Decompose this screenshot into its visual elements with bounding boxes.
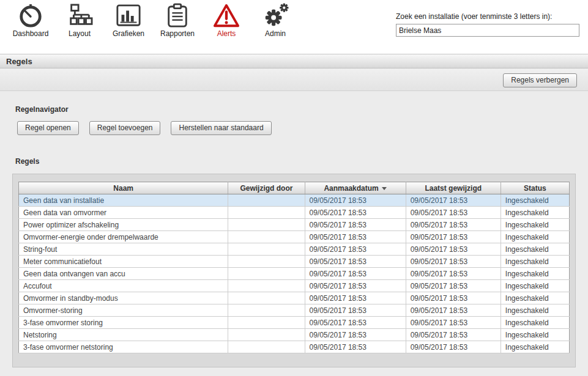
table-cell: Geen data van omvormer	[19, 207, 228, 219]
table-cell: Ingeschakeld	[501, 194, 569, 207]
column-header-laatst-gewijzigd[interactable]: Laatst gewijzigd	[406, 182, 501, 194]
column-header-gewijzigd-door[interactable]: Gewijzigd door	[228, 182, 305, 194]
table-cell: 09/05/2017 18:53	[305, 219, 406, 231]
table-cell: 09/05/2017 18:53	[406, 231, 501, 243]
table-cell: Geen data ontvangen van accu	[19, 268, 228, 280]
table-cell: 09/05/2017 18:53	[305, 243, 406, 256]
table-cell: Geen data van installatie	[19, 194, 228, 207]
panel-title: Regels	[0, 54, 588, 68]
hide-rules-button[interactable]: Regels verbergen	[503, 73, 577, 87]
column-header-naam[interactable]: Naam	[19, 182, 228, 194]
nav-item-grafieken[interactable]: Grafieken	[104, 3, 153, 38]
table-row[interactable]: Power optimizer afschakeling09/05/2017 1…	[19, 219, 570, 231]
table-cell: Ingeschakeld	[501, 341, 569, 353]
nav-item-admin[interactable]: Admin	[251, 3, 300, 38]
nav-item-rapporten[interactable]: Rapporten	[153, 3, 202, 38]
table-cell: Meter communicatiefout	[19, 256, 228, 268]
nav-label-rapporten: Rapporten	[153, 29, 202, 38]
search-label: Zoek een installatie (voer tenminste 3 l…	[396, 12, 579, 21]
rules-panel: Regels Regels verbergen Regelnavigator R…	[0, 54, 588, 376]
table-cell: Ingeschakeld	[501, 207, 569, 219]
table-header-row: Naam Gewijzigd door Aanmaakdatum Laatst …	[19, 182, 570, 194]
table-cell: 09/05/2017 18:53	[406, 329, 501, 341]
clipboard-icon	[153, 3, 202, 29]
table-cell: Ingeschakeld	[501, 304, 569, 317]
open-rule-button[interactable]: Regel openen	[17, 121, 79, 135]
table-cell: 09/05/2017 18:53	[406, 219, 501, 231]
bar-chart-icon	[104, 3, 153, 29]
table-cell	[228, 268, 305, 280]
table-cell: 09/05/2017 18:53	[406, 280, 501, 292]
table-row[interactable]: Omvormer-energie onder drempelwaarde09/0…	[19, 231, 570, 243]
table-row[interactable]: 3-fase omvormer netstoring09/05/2017 18:…	[19, 341, 570, 353]
table-cell	[228, 292, 305, 304]
gear-icon	[251, 3, 300, 29]
table-cell: 09/05/2017 18:53	[305, 329, 406, 341]
table-cell: 09/05/2017 18:53	[406, 304, 501, 317]
table-cell: Netstoring	[19, 329, 228, 341]
table-cell: 09/05/2017 18:53	[406, 292, 501, 304]
search-input[interactable]	[396, 24, 579, 37]
table-cell: Omvormer-energie onder drempelwaarde	[19, 231, 228, 243]
table-cell: 09/05/2017 18:53	[305, 292, 406, 304]
table-cell: Accufout	[19, 280, 228, 292]
table-row[interactable]: 3-fase omvormer storing09/05/2017 18:530…	[19, 317, 570, 329]
table-cell: Ingeschakeld	[501, 243, 569, 256]
main-nav: Dashboard Layout	[6, 3, 300, 38]
table-cell	[228, 219, 305, 231]
table-row[interactable]: Geen data ontvangen van accu09/05/2017 1…	[19, 268, 570, 280]
table-row[interactable]: Omvormer-storing09/05/2017 18:5309/05/20…	[19, 304, 570, 317]
table-cell: 09/05/2017 18:53	[305, 231, 406, 243]
table-row[interactable]: String-fout09/05/2017 18:5309/05/2017 18…	[19, 243, 570, 256]
table-cell: Power optimizer afschakeling	[19, 219, 228, 231]
table-cell: 09/05/2017 18:53	[406, 207, 501, 219]
table-row[interactable]: Geen data van installatie09/05/2017 18:5…	[19, 194, 570, 207]
table-cell: 09/05/2017 18:53	[406, 341, 501, 353]
sort-desc-icon	[382, 187, 387, 190]
nav-label-dashboard: Dashboard	[6, 29, 55, 38]
nav-item-layout[interactable]: Layout	[55, 3, 104, 38]
table-cell: Omvormer-storing	[19, 304, 228, 317]
table-row[interactable]: Geen data van omvormer09/05/2017 18:5309…	[19, 207, 570, 219]
nav-label-alerts: Alerts	[202, 29, 251, 38]
rules-table-container: Naam Gewijzigd door Aanmaakdatum Laatst …	[12, 174, 576, 367]
table-cell	[228, 243, 305, 256]
panel-toolbar: Regels verbergen	[0, 68, 588, 91]
nav-item-alerts[interactable]: Alerts	[202, 3, 251, 38]
rules-table-body: Geen data van installatie09/05/2017 18:5…	[19, 194, 570, 353]
table-cell	[228, 194, 305, 207]
nav-label-layout: Layout	[55, 29, 104, 38]
table-cell: 09/05/2017 18:53	[305, 256, 406, 268]
table-cell: 09/05/2017 18:53	[305, 207, 406, 219]
table-cell: 09/05/2017 18:53	[406, 317, 501, 329]
table-cell	[228, 304, 305, 317]
table-cell: Ingeschakeld	[501, 329, 569, 341]
rules-table: Naam Gewijzigd door Aanmaakdatum Laatst …	[18, 182, 570, 353]
column-header-status[interactable]: Status	[501, 182, 569, 194]
restore-defaults-button[interactable]: Herstellen naar standaard	[171, 121, 271, 135]
table-row[interactable]: Accufout09/05/2017 18:5309/05/2017 18:53…	[19, 280, 570, 292]
table-cell	[228, 329, 305, 341]
table-cell: 09/05/2017 18:53	[305, 268, 406, 280]
table-cell: 09/05/2017 18:53	[406, 268, 501, 280]
table-cell	[228, 207, 305, 219]
table-cell: 09/05/2017 18:53	[406, 256, 501, 268]
table-cell: Ingeschakeld	[501, 292, 569, 304]
table-cell: Ingeschakeld	[501, 268, 569, 280]
rule-navigator-title: Regelnavigator	[15, 105, 588, 114]
table-cell	[228, 231, 305, 243]
gauge-icon	[6, 3, 55, 29]
table-cell	[228, 317, 305, 329]
column-header-aanmaakdatum[interactable]: Aanmaakdatum	[305, 182, 406, 194]
table-row[interactable]: Netstoring09/05/2017 18:5309/05/2017 18:…	[19, 329, 570, 341]
layout-tree-icon	[55, 3, 104, 29]
top-header: Dashboard Layout	[0, 0, 588, 54]
table-cell	[228, 341, 305, 353]
table-row[interactable]: Meter communicatiefout09/05/2017 18:5309…	[19, 256, 570, 268]
table-cell: Ingeschakeld	[501, 256, 569, 268]
nav-item-dashboard[interactable]: Dashboard	[6, 3, 55, 38]
add-rule-button[interactable]: Regel toevoegen	[89, 121, 161, 135]
rule-action-buttons: Regel openen Regel toevoegen Herstellen …	[17, 121, 588, 135]
table-cell: 09/05/2017 18:53	[305, 341, 406, 353]
table-row[interactable]: Omvormer in standby-modus09/05/2017 18:5…	[19, 292, 570, 304]
